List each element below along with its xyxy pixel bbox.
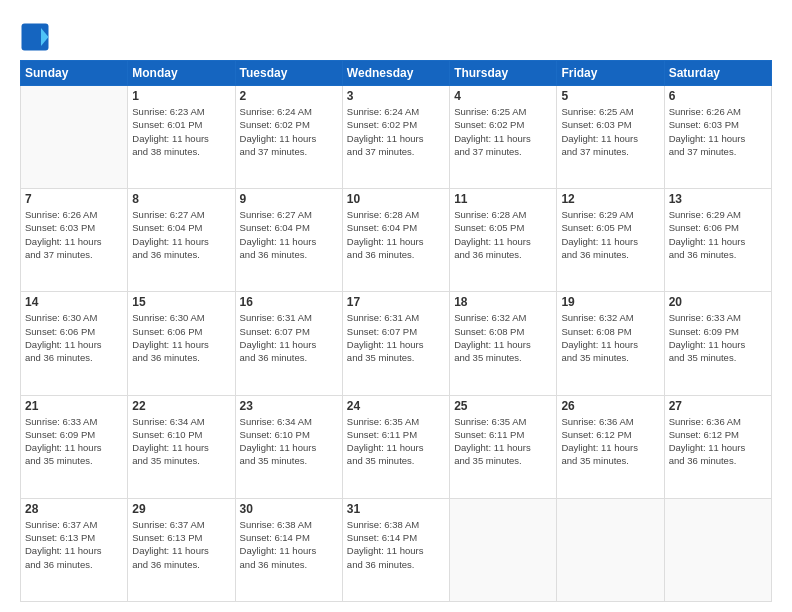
day-number: 24 bbox=[347, 399, 445, 413]
calendar-cell: 27Sunrise: 6:36 AM Sunset: 6:12 PM Dayli… bbox=[664, 395, 771, 498]
calendar-cell: 29Sunrise: 6:37 AM Sunset: 6:13 PM Dayli… bbox=[128, 498, 235, 601]
day-info: Sunrise: 6:34 AM Sunset: 6:10 PM Dayligh… bbox=[132, 415, 230, 468]
calendar-cell: 7Sunrise: 6:26 AM Sunset: 6:03 PM Daylig… bbox=[21, 189, 128, 292]
day-number: 20 bbox=[669, 295, 767, 309]
day-number: 18 bbox=[454, 295, 552, 309]
calendar-table: SundayMondayTuesdayWednesdayThursdayFrid… bbox=[20, 60, 772, 602]
day-number: 12 bbox=[561, 192, 659, 206]
day-number: 10 bbox=[347, 192, 445, 206]
day-info: Sunrise: 6:35 AM Sunset: 6:11 PM Dayligh… bbox=[454, 415, 552, 468]
day-header-wednesday: Wednesday bbox=[342, 61, 449, 86]
day-info: Sunrise: 6:24 AM Sunset: 6:02 PM Dayligh… bbox=[240, 105, 338, 158]
day-info: Sunrise: 6:31 AM Sunset: 6:07 PM Dayligh… bbox=[240, 311, 338, 364]
day-info: Sunrise: 6:29 AM Sunset: 6:06 PM Dayligh… bbox=[669, 208, 767, 261]
calendar-cell: 21Sunrise: 6:33 AM Sunset: 6:09 PM Dayli… bbox=[21, 395, 128, 498]
day-number: 27 bbox=[669, 399, 767, 413]
calendar-week-row: 28Sunrise: 6:37 AM Sunset: 6:13 PM Dayli… bbox=[21, 498, 772, 601]
day-number: 6 bbox=[669, 89, 767, 103]
day-number: 19 bbox=[561, 295, 659, 309]
day-number: 31 bbox=[347, 502, 445, 516]
day-header-monday: Monday bbox=[128, 61, 235, 86]
calendar-cell: 9Sunrise: 6:27 AM Sunset: 6:04 PM Daylig… bbox=[235, 189, 342, 292]
day-info: Sunrise: 6:33 AM Sunset: 6:09 PM Dayligh… bbox=[669, 311, 767, 364]
calendar-cell: 28Sunrise: 6:37 AM Sunset: 6:13 PM Dayli… bbox=[21, 498, 128, 601]
page: SundayMondayTuesdayWednesdayThursdayFrid… bbox=[0, 0, 792, 612]
day-number: 28 bbox=[25, 502, 123, 516]
calendar-cell: 6Sunrise: 6:26 AM Sunset: 6:03 PM Daylig… bbox=[664, 86, 771, 189]
day-info: Sunrise: 6:35 AM Sunset: 6:11 PM Dayligh… bbox=[347, 415, 445, 468]
day-number: 16 bbox=[240, 295, 338, 309]
calendar-cell: 2Sunrise: 6:24 AM Sunset: 6:02 PM Daylig… bbox=[235, 86, 342, 189]
day-header-friday: Friday bbox=[557, 61, 664, 86]
header bbox=[20, 18, 772, 52]
calendar-cell: 22Sunrise: 6:34 AM Sunset: 6:10 PM Dayli… bbox=[128, 395, 235, 498]
day-info: Sunrise: 6:32 AM Sunset: 6:08 PM Dayligh… bbox=[561, 311, 659, 364]
calendar-cell: 12Sunrise: 6:29 AM Sunset: 6:05 PM Dayli… bbox=[557, 189, 664, 292]
day-info: Sunrise: 6:26 AM Sunset: 6:03 PM Dayligh… bbox=[669, 105, 767, 158]
calendar-week-row: 1Sunrise: 6:23 AM Sunset: 6:01 PM Daylig… bbox=[21, 86, 772, 189]
day-info: Sunrise: 6:28 AM Sunset: 6:04 PM Dayligh… bbox=[347, 208, 445, 261]
day-number: 1 bbox=[132, 89, 230, 103]
day-header-tuesday: Tuesday bbox=[235, 61, 342, 86]
day-number: 2 bbox=[240, 89, 338, 103]
day-info: Sunrise: 6:37 AM Sunset: 6:13 PM Dayligh… bbox=[25, 518, 123, 571]
day-info: Sunrise: 6:31 AM Sunset: 6:07 PM Dayligh… bbox=[347, 311, 445, 364]
calendar-cell: 8Sunrise: 6:27 AM Sunset: 6:04 PM Daylig… bbox=[128, 189, 235, 292]
calendar-week-row: 21Sunrise: 6:33 AM Sunset: 6:09 PM Dayli… bbox=[21, 395, 772, 498]
day-info: Sunrise: 6:23 AM Sunset: 6:01 PM Dayligh… bbox=[132, 105, 230, 158]
day-number: 17 bbox=[347, 295, 445, 309]
day-info: Sunrise: 6:36 AM Sunset: 6:12 PM Dayligh… bbox=[561, 415, 659, 468]
calendar-cell: 16Sunrise: 6:31 AM Sunset: 6:07 PM Dayli… bbox=[235, 292, 342, 395]
generalblue-icon bbox=[20, 22, 50, 52]
day-info: Sunrise: 6:37 AM Sunset: 6:13 PM Dayligh… bbox=[132, 518, 230, 571]
day-number: 15 bbox=[132, 295, 230, 309]
day-number: 29 bbox=[132, 502, 230, 516]
day-number: 3 bbox=[347, 89, 445, 103]
day-info: Sunrise: 6:25 AM Sunset: 6:03 PM Dayligh… bbox=[561, 105, 659, 158]
day-info: Sunrise: 6:33 AM Sunset: 6:09 PM Dayligh… bbox=[25, 415, 123, 468]
day-info: Sunrise: 6:26 AM Sunset: 6:03 PM Dayligh… bbox=[25, 208, 123, 261]
calendar-cell: 26Sunrise: 6:36 AM Sunset: 6:12 PM Dayli… bbox=[557, 395, 664, 498]
day-info: Sunrise: 6:27 AM Sunset: 6:04 PM Dayligh… bbox=[240, 208, 338, 261]
day-number: 14 bbox=[25, 295, 123, 309]
day-header-saturday: Saturday bbox=[664, 61, 771, 86]
logo bbox=[20, 22, 52, 52]
day-header-sunday: Sunday bbox=[21, 61, 128, 86]
day-info: Sunrise: 6:32 AM Sunset: 6:08 PM Dayligh… bbox=[454, 311, 552, 364]
calendar-week-row: 7Sunrise: 6:26 AM Sunset: 6:03 PM Daylig… bbox=[21, 189, 772, 292]
calendar-cell: 19Sunrise: 6:32 AM Sunset: 6:08 PM Dayli… bbox=[557, 292, 664, 395]
day-info: Sunrise: 6:28 AM Sunset: 6:05 PM Dayligh… bbox=[454, 208, 552, 261]
day-number: 8 bbox=[132, 192, 230, 206]
calendar-cell: 11Sunrise: 6:28 AM Sunset: 6:05 PM Dayli… bbox=[450, 189, 557, 292]
calendar-cell: 24Sunrise: 6:35 AM Sunset: 6:11 PM Dayli… bbox=[342, 395, 449, 498]
calendar-cell: 14Sunrise: 6:30 AM Sunset: 6:06 PM Dayli… bbox=[21, 292, 128, 395]
calendar-cell: 25Sunrise: 6:35 AM Sunset: 6:11 PM Dayli… bbox=[450, 395, 557, 498]
day-number: 5 bbox=[561, 89, 659, 103]
calendar-cell: 15Sunrise: 6:30 AM Sunset: 6:06 PM Dayli… bbox=[128, 292, 235, 395]
day-info: Sunrise: 6:30 AM Sunset: 6:06 PM Dayligh… bbox=[25, 311, 123, 364]
day-number: 4 bbox=[454, 89, 552, 103]
calendar-cell bbox=[557, 498, 664, 601]
day-number: 9 bbox=[240, 192, 338, 206]
calendar-cell: 4Sunrise: 6:25 AM Sunset: 6:02 PM Daylig… bbox=[450, 86, 557, 189]
calendar-cell: 18Sunrise: 6:32 AM Sunset: 6:08 PM Dayli… bbox=[450, 292, 557, 395]
day-header-thursday: Thursday bbox=[450, 61, 557, 86]
day-info: Sunrise: 6:36 AM Sunset: 6:12 PM Dayligh… bbox=[669, 415, 767, 468]
day-number: 23 bbox=[240, 399, 338, 413]
day-info: Sunrise: 6:25 AM Sunset: 6:02 PM Dayligh… bbox=[454, 105, 552, 158]
calendar-cell bbox=[21, 86, 128, 189]
calendar-week-row: 14Sunrise: 6:30 AM Sunset: 6:06 PM Dayli… bbox=[21, 292, 772, 395]
day-number: 11 bbox=[454, 192, 552, 206]
calendar-cell: 17Sunrise: 6:31 AM Sunset: 6:07 PM Dayli… bbox=[342, 292, 449, 395]
day-number: 25 bbox=[454, 399, 552, 413]
day-info: Sunrise: 6:29 AM Sunset: 6:05 PM Dayligh… bbox=[561, 208, 659, 261]
day-number: 26 bbox=[561, 399, 659, 413]
calendar-header-row: SundayMondayTuesdayWednesdayThursdayFrid… bbox=[21, 61, 772, 86]
day-info: Sunrise: 6:38 AM Sunset: 6:14 PM Dayligh… bbox=[240, 518, 338, 571]
calendar-cell: 20Sunrise: 6:33 AM Sunset: 6:09 PM Dayli… bbox=[664, 292, 771, 395]
day-number: 7 bbox=[25, 192, 123, 206]
day-number: 21 bbox=[25, 399, 123, 413]
day-info: Sunrise: 6:27 AM Sunset: 6:04 PM Dayligh… bbox=[132, 208, 230, 261]
calendar-cell: 13Sunrise: 6:29 AM Sunset: 6:06 PM Dayli… bbox=[664, 189, 771, 292]
day-info: Sunrise: 6:34 AM Sunset: 6:10 PM Dayligh… bbox=[240, 415, 338, 468]
